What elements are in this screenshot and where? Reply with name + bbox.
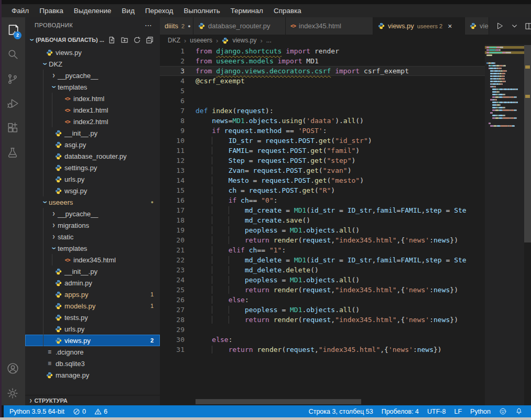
tree-item-settings.py[interactable]: settings.py <box>25 162 160 173</box>
tree-item-index1.html[interactable]: <>index1.html <box>25 104 160 116</box>
tree-item-migrations[interactable]: ❯migrations <box>25 219 160 231</box>
tab-vie[interactable]: vie <box>465 17 489 35</box>
tree-item-db.sqlite3[interactable]: ≡db.sqlite3 <box>25 358 160 369</box>
code-text: if ch== "0": <box>196 195 278 205</box>
status-utf-8[interactable]: UTF-8 <box>423 408 450 415</box>
status-пробелов-4[interactable]: Пробелов: 4 <box>377 408 423 415</box>
menu-4[interactable]: Вид <box>116 7 139 15</box>
tree-item-views.py[interactable]: views.py2 <box>25 335 160 346</box>
status-строка-3-столбец-53[interactable]: Строка 3, столбец 53 <box>305 408 377 415</box>
tree-item-templates[interactable]: ❯templates <box>25 81 160 93</box>
tree-item-index.html[interactable]: <>index.html <box>25 93 160 104</box>
tree-item-__pycache__[interactable]: ❯__pycache__ <box>25 70 160 81</box>
menu-8[interactable]: Справка <box>268 7 307 15</box>
breadcrumb[interactable]: DKZ›useeers›views.py›... <box>160 35 531 46</box>
code-text: else: <box>196 335 232 345</box>
code-editor[interactable]: 1from django.shortcuts import render2fro… <box>160 46 531 405</box>
status-python[interactable]: Python <box>466 408 495 415</box>
new-folder-icon[interactable] <box>121 36 128 44</box>
tree-item-label: __pycache__ <box>58 72 98 80</box>
tree-item-urls.py[interactable]: urls.py <box>25 173 160 185</box>
tree-item-.dcignore[interactable]: ≡.dcignore <box>25 346 160 358</box>
activity-testing-icon[interactable] <box>0 140 25 165</box>
tree-item-templates[interactable]: ❯templates <box>25 242 160 254</box>
menu-2[interactable]: Правка <box>34 7 69 15</box>
breadcrumb-item[interactable]: DKZ <box>168 37 180 44</box>
tree-item-views.py[interactable]: views.py <box>25 47 160 58</box>
status-bell[interactable] <box>511 407 527 415</box>
tree-item-__init__.py[interactable]: __init__.py <box>25 127 160 139</box>
chevron-down-icon[interactable] <box>511 23 518 29</box>
tree-item-models.py[interactable]: models.py1 <box>25 300 160 312</box>
breadcrumb-separator: › <box>260 37 262 45</box>
code-line-1: 1from django.shortcuts import render <box>160 46 531 56</box>
activity-run-debug-icon[interactable] <box>0 91 25 116</box>
breadcrumb-item[interactable]: ... <box>266 37 272 44</box>
tree-item-database_roouter.py[interactable]: database_roouter.py <box>25 150 160 162</box>
tab-database_roouter.py[interactable]: database_roouter.py <box>193 17 286 35</box>
tree-item-DKZ[interactable]: ❯DKZ <box>25 58 160 70</box>
code-line-3: 3from django.views.decorators.csrf impor… <box>160 66 531 76</box>
status-feedback[interactable] <box>495 407 511 415</box>
outline-section-header[interactable]: ❯ СТРУКТУРА <box>25 395 160 405</box>
refresh-icon[interactable] <box>133 36 141 44</box>
tree-item-asgi.py[interactable]: asgi.py <box>25 139 160 150</box>
code-text: elif ch== "1": <box>196 245 286 255</box>
tab-views.py[interactable]: views.pyuseeers 2× <box>373 17 465 35</box>
tab-index345.html[interactable]: <>index345.html <box>286 17 373 35</box>
menu-5[interactable]: Переход <box>140 7 179 15</box>
run-icon[interactable] <box>495 21 504 30</box>
code-line-15: 15 ch = request.POST.get("R") <box>160 185 531 195</box>
python-icon <box>378 23 385 29</box>
tree-item-wsgi.py[interactable]: wsgi.py <box>25 185 160 196</box>
warning-triangle-icon <box>94 408 102 415</box>
chevron-right-icon: ❯ <box>50 211 58 216</box>
tree-item-tests.py[interactable]: tests.py <box>25 312 160 323</box>
menu-1[interactable]: Файл <box>6 7 34 15</box>
tree-item-label: admin.py <box>64 279 92 287</box>
sidebar-more-actions-icon[interactable]: ⋯ <box>145 21 153 29</box>
status-0[interactable]: 0 <box>69 408 90 415</box>
tree-item-index345.html[interactable]: <>index345.html <box>25 254 160 266</box>
tree-item-manage.py[interactable]: manage.py <box>25 369 160 381</box>
activity-source-control-icon[interactable] <box>0 67 25 91</box>
code-line-16: 16 if ch== "0": <box>160 195 531 205</box>
python-icon <box>54 337 63 344</box>
status-6[interactable]: 6 <box>90 408 112 415</box>
tree-item-urls.py[interactable]: urls.py <box>25 323 160 335</box>
activity-settings-icon[interactable] <box>0 381 25 405</box>
tree-item-__init__.py[interactable]: __init__.py <box>25 266 160 277</box>
status-lf[interactable]: LF <box>450 408 466 415</box>
tree-item-__pycache__[interactable]: ❯__pycache__ <box>25 208 160 219</box>
code-text: from useeers.models import MD1 <box>196 56 319 66</box>
new-file-icon[interactable] <box>108 36 116 44</box>
tree-item-useeers[interactable]: ❯useeers● <box>25 196 160 208</box>
collapse-all-icon[interactable] <box>146 36 154 44</box>
tree-item-apps.py[interactable]: apps.py1 <box>25 289 160 300</box>
menu-3[interactable]: Выделение <box>69 7 117 15</box>
menu-7[interactable]: Терминал <box>225 7 268 15</box>
tree-item-static[interactable]: ❯static <box>25 231 160 242</box>
workspace-section-header[interactable]: ❯ (РАБОЧАЯ ОБЛАСТЬ) ... <box>25 33 160 47</box>
code-text: ID_str = request.POST.get("id_str") <box>196 136 372 146</box>
activity-account-icon[interactable] <box>0 356 25 381</box>
tree-item-index2.html[interactable]: <>index2.html <box>25 116 160 127</box>
minimap[interactable] <box>485 45 524 405</box>
activity-search-icon[interactable] <box>0 42 25 67</box>
tab-diiits[interactable]: diiits2● <box>160 17 193 35</box>
breadcrumb-item[interactable]: useeers <box>190 37 212 44</box>
chevron-down-icon: ❯ <box>42 198 48 206</box>
tree-item-admin.py[interactable]: admin.py <box>25 277 160 289</box>
breadcrumb-item[interactable]: views.py <box>232 37 256 44</box>
horizontal-scrollbar[interactable] <box>196 399 361 404</box>
close-icon[interactable]: × <box>448 22 452 30</box>
code-line-19: 19 peopless = MD1.objects.all() <box>160 225 531 235</box>
status-python-3.9.5-64-bit[interactable]: Python 3.9.5 64-bit <box>5 408 69 415</box>
activity-explorer-icon[interactable]: 2 <box>0 17 25 42</box>
activity-extensions-icon[interactable] <box>0 116 25 140</box>
menu-6[interactable]: Выполнить <box>178 7 225 15</box>
vertical-scrollbar[interactable] <box>524 45 531 242</box>
indent-guide <box>43 335 44 346</box>
split-editor-icon[interactable] <box>525 22 531 30</box>
code-text: if request.method == 'POST': <box>196 126 327 136</box>
